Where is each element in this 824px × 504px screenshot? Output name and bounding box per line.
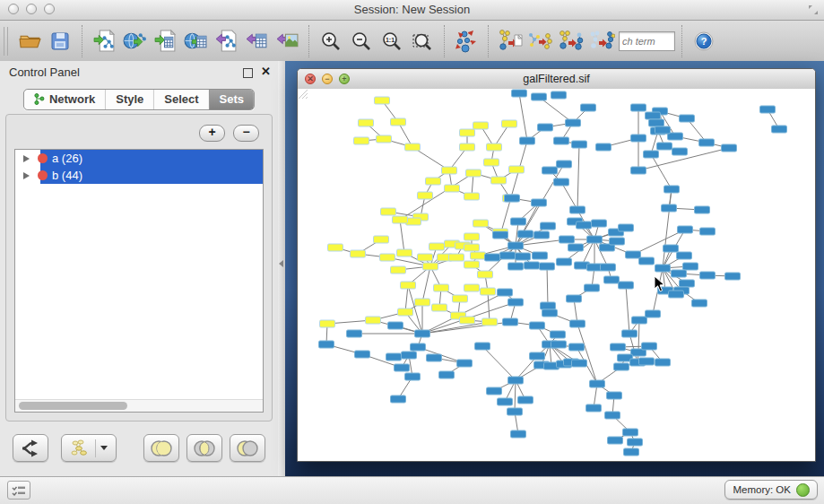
export-table-button[interactable] [241,23,272,59]
graph-node[interactable] [366,317,381,324]
graph-node[interactable] [551,331,566,338]
network-view-window[interactable]: ✕ − + galFiltered.sif [297,68,816,462]
graph-node[interactable] [559,236,575,243]
apply-layout-button[interactable] [451,23,481,59]
task-history-button[interactable] [7,481,30,500]
graph-node[interactable] [478,271,493,278]
graph-node[interactable] [644,151,659,158]
graph-node[interactable] [395,364,410,371]
graph-node[interactable] [491,177,507,184]
graph-node[interactable] [434,284,449,291]
graph-node[interactable] [760,106,776,113]
graph-node[interactable] [586,404,602,412]
graph-node[interactable] [493,231,508,239]
graph-node[interactable] [485,254,500,261]
graph-node[interactable] [375,97,390,104]
graph-node[interactable] [538,124,553,131]
graph-node[interactable] [391,395,406,403]
save-session-button[interactable] [45,23,75,59]
graph-node[interactable] [374,236,389,243]
graph-node[interactable] [541,302,556,309]
tab-select[interactable]: Select [153,90,208,109]
graph-node[interactable] [386,353,402,361]
graph-node[interactable] [320,320,335,327]
graph-node[interactable] [692,300,707,307]
graph-node[interactable] [587,264,603,271]
graph-node[interactable] [401,282,416,289]
graph-node[interactable] [585,284,600,291]
graph-node[interactable] [533,252,548,259]
disclosure-triangle-icon[interactable] [23,172,30,179]
graph-node[interactable] [498,289,513,296]
graph-node[interactable] [604,276,620,283]
graph-node[interactable] [429,243,445,250]
graph-node[interactable] [551,341,567,348]
graph-node[interactable] [464,284,480,291]
close-view-button[interactable]: ✕ [305,74,316,84]
graph-node[interactable] [607,392,622,399]
graph-node[interactable] [319,341,334,348]
graph-node[interactable] [411,343,426,351]
graph-node[interactable] [672,270,687,277]
graph-node[interactable] [445,185,460,192]
graph-node[interactable] [646,310,661,317]
graph-node[interactable] [572,141,587,148]
graph-node[interactable] [525,262,540,269]
graph-node[interactable] [554,178,569,186]
graph-node[interactable] [639,257,655,265]
graph-node[interactable] [481,288,496,295]
graph-node[interactable] [397,249,412,256]
window-titlebar[interactable]: Session: New Session [0,0,824,21]
graph-node[interactable] [449,254,464,261]
graph-node[interactable] [507,408,523,415]
graph-node[interactable] [590,380,605,387]
graph-node[interactable] [398,308,413,316]
graph-node[interactable] [619,282,634,289]
open-session-button[interactable] [14,23,45,59]
graph-node[interactable] [475,343,490,350]
graph-node[interactable] [508,377,524,384]
graph-node[interactable] [530,322,545,329]
graph-node[interactable] [680,280,695,287]
graph-node[interactable] [355,351,370,358]
graph-node[interactable] [377,135,392,143]
export-image-button[interactable] [272,23,302,59]
zoom-out-button[interactable] [346,23,377,59]
graph-node[interactable] [611,343,626,351]
neighbors-expand-button[interactable] [556,23,586,59]
graph-node[interactable] [631,135,646,142]
export-network-button[interactable] [211,23,241,59]
minimize-view-button[interactable]: − [322,74,333,84]
graph-node[interactable] [426,178,441,185]
graph-node[interactable] [500,252,516,259]
graph-node[interactable] [381,208,396,215]
graph-node[interactable] [557,161,572,168]
graph-node[interactable] [518,230,533,238]
graph-node[interactable] [505,195,520,202]
graph-node[interactable] [388,322,403,329]
graph-node[interactable] [605,412,620,419]
graph-node[interactable] [511,430,526,438]
minimize-window-button[interactable] [26,4,37,14]
graph-node[interactable] [415,299,430,306]
graph-node[interactable] [415,330,430,337]
graph-node[interactable] [466,169,481,177]
graph-node[interactable] [453,295,468,302]
tab-sets[interactable]: Sets [209,90,254,109]
graph-node[interactable] [700,272,716,279]
graph-node[interactable] [664,245,679,252]
graph-node[interactable] [464,193,480,200]
zoom-fit-selected-button[interactable] [407,23,438,59]
scrollbar-thumb[interactable] [19,402,127,410]
dropdown-caret-icon[interactable] [100,446,108,450]
graph-node[interactable] [530,352,545,360]
import-table-web-button[interactable] [180,23,211,59]
add-set-button[interactable]: + [199,125,225,142]
difference-button[interactable] [230,434,265,462]
graph-node[interactable] [511,218,526,225]
graph-node[interactable] [700,228,716,235]
graph-node[interactable] [487,387,502,395]
graph-node[interactable] [405,373,421,380]
graph-node[interactable] [380,254,395,261]
graph-node[interactable] [569,343,585,351]
